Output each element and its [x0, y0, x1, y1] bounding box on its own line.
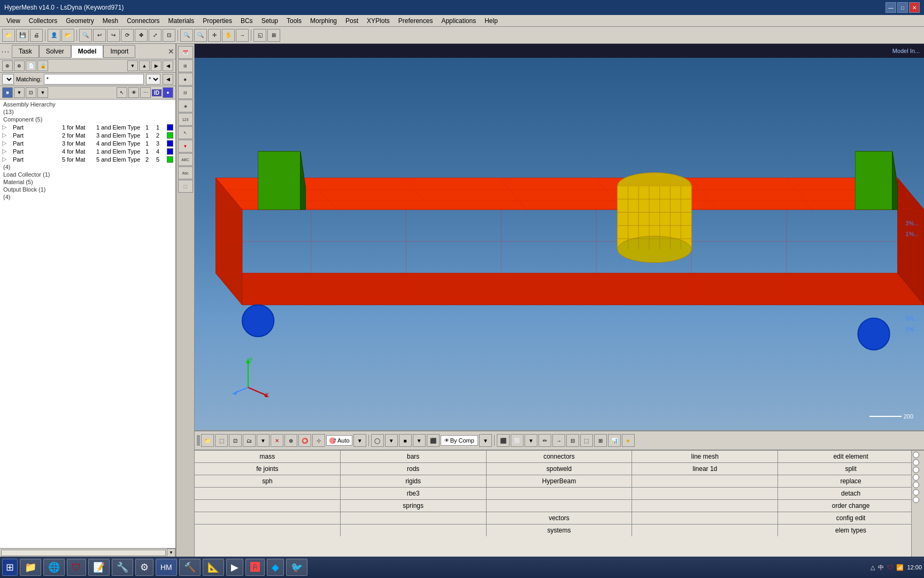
toolbar-btn-move[interactable]: ✥: [135, 29, 148, 42]
taskbar-tool7[interactable]: ◆: [267, 559, 284, 576]
minimize-btn[interactable]: —: [886, 2, 896, 13]
tree-row-part5[interactable]: ▷ Part 5 for Mat 5 and Elem Type 2 5: [1, 155, 174, 163]
radio-2[interactable]: [913, 459, 919, 466]
tab-solver[interactable]: Solver: [39, 45, 71, 58]
bt-arrow-dn[interactable]: ▼: [257, 434, 270, 447]
btn-rbe3[interactable]: rbe3: [341, 488, 487, 499]
bt-cube3[interactable]: ⬜: [511, 434, 523, 447]
bt-cube-dn[interactable]: ▼: [525, 434, 537, 447]
taskbar-hypermesh[interactable]: HM: [156, 559, 177, 576]
view-btn-dots[interactable]: ⋯: [140, 87, 151, 98]
tab-import[interactable]: Import: [103, 45, 135, 58]
bt-dots[interactable]: ⊹: [312, 434, 325, 447]
bt-select-dn[interactable]: ▼: [385, 434, 398, 447]
scrollbar-down[interactable]: ▼: [167, 549, 175, 557]
toolbar-btn-arrow[interactable]: →: [236, 29, 249, 42]
radio-6[interactable]: [913, 489, 919, 496]
bt-lasso[interactable]: ◯: [371, 434, 384, 447]
side-btn-select[interactable]: ↖: [178, 126, 193, 139]
taskbar-tool1[interactable]: 🔧: [112, 559, 133, 576]
bt-solid-dn[interactable]: ▼: [413, 434, 426, 447]
toolbar-btn-person[interactable]: 👤: [48, 29, 60, 42]
panel-btn-4[interactable]: 🔒: [37, 60, 48, 71]
view-btn-eye[interactable]: 👁: [128, 87, 139, 98]
panel-collapse[interactable]: ◀: [163, 60, 173, 71]
taskbar-tool8[interactable]: 🐦: [286, 559, 307, 576]
bt-box3[interactable]: 🗂: [243, 434, 256, 447]
matching-input[interactable]: [44, 74, 144, 85]
btn-config-edit[interactable]: config edit: [778, 512, 924, 524]
btn-detach[interactable]: detach: [778, 488, 924, 499]
bt-folder[interactable]: 📁: [201, 434, 214, 447]
bt-layer[interactable]: ⊟: [566, 434, 579, 447]
menu-connectors[interactable]: Connectors: [122, 16, 164, 26]
bt-box2[interactable]: ⊡: [229, 434, 242, 447]
btn-connectors[interactable]: connectors: [487, 451, 633, 462]
matching-dropdown[interactable]: *: [146, 74, 160, 85]
filter-collapse-btn[interactable]: ◀: [163, 74, 173, 85]
side-btn-view3[interactable]: ◈: [178, 100, 193, 112]
taskbar-tool6[interactable]: 🅰: [245, 559, 265, 576]
bt-star2[interactable]: ★: [622, 434, 635, 447]
bt-box1[interactable]: ⬚: [215, 434, 228, 447]
toolbar-btn-fit[interactable]: ⊡: [163, 29, 175, 42]
btn-rigids[interactable]: rigids: [341, 475, 487, 487]
bt-cube2[interactable]: ⬛: [497, 434, 510, 447]
toolbar-btn-undo[interactable]: ↩: [93, 29, 106, 42]
panel-nav-up[interactable]: ▲: [139, 60, 150, 71]
bt-layer2[interactable]: ⬚: [580, 434, 593, 447]
btn-bars[interactable]: bars: [341, 451, 487, 462]
view-btn-color[interactable]: ●: [163, 87, 173, 98]
tree-row-part3[interactable]: ▷ Part 3 for Mat 4 and Elem Type 1 3: [1, 139, 174, 147]
toolbar-btn-rotate[interactable]: ⟳: [121, 29, 134, 42]
btn-edit-element[interactable]: edit element: [778, 451, 924, 462]
menu-bcs[interactable]: BCs: [236, 16, 257, 26]
btn-spotweld[interactable]: spotweld: [487, 463, 633, 475]
toolbar-btn-view2[interactable]: ⊞: [267, 29, 280, 42]
menu-post[interactable]: Post: [341, 16, 363, 26]
menu-properties[interactable]: Properties: [198, 16, 236, 26]
toolbar-btn-pan[interactable]: ✋: [222, 29, 235, 42]
bt-star[interactable]: ⭕: [298, 434, 311, 447]
tree-row-part2[interactable]: ▷ Part 2 for Mat 3 and Elem Type 1 2: [1, 131, 174, 139]
radio-7[interactable]: [913, 497, 919, 503]
menu-morphing[interactable]: Morphing: [306, 16, 341, 26]
menu-view[interactable]: View: [2, 16, 25, 26]
view-btn-1[interactable]: ■: [2, 87, 13, 98]
panel-btn-2[interactable]: ⊕: [14, 60, 25, 71]
view-btn-3[interactable]: ⊡: [26, 87, 36, 98]
btn-mass[interactable]: mass: [195, 451, 341, 462]
side-btn-abc1[interactable]: ABC: [178, 153, 193, 166]
tree-row-part1[interactable]: ▷ Part 1 for Mat 1 and Elem Type 1 1: [1, 123, 174, 131]
btn-rods[interactable]: rods: [341, 463, 487, 475]
btn-line-mesh[interactable]: line mesh: [632, 451, 778, 462]
taskbar-tool5[interactable]: ▶: [226, 559, 243, 576]
viewport-canvas[interactable]: 3%... 1%... 3%... 1%... Y X: [195, 58, 924, 430]
bt-bycomp-dn[interactable]: ▼: [479, 434, 492, 447]
toolbar-btn-3[interactable]: 🖨: [30, 29, 43, 42]
bt-chart[interactable]: 📊: [608, 434, 621, 447]
tree-row-part4[interactable]: ▷ Part 4 for Mat 1 and Elem Type 1 4: [1, 147, 174, 155]
side-btn-wireframe[interactable]: ⊞: [178, 59, 193, 72]
bt-solid[interactable]: ■: [399, 434, 412, 447]
menu-preferences[interactable]: Preferences: [394, 16, 437, 26]
taskbar-tool4[interactable]: 📐: [203, 559, 224, 576]
menu-mesh[interactable]: Mesh: [98, 16, 122, 26]
menu-xyplots[interactable]: XYPlots: [363, 16, 394, 26]
side-btn-mesh[interactable]: ⊟: [178, 86, 193, 99]
taskbar-tool2[interactable]: ⚙: [135, 559, 153, 576]
view-btn-4[interactable]: ▼: [37, 87, 48, 98]
bt-x[interactable]: ✕: [271, 434, 283, 447]
menu-materials[interactable]: Materials: [164, 16, 199, 26]
toolbar-btn-view1[interactable]: ◱: [253, 29, 266, 42]
btn-fe-joints[interactable]: fe joints: [195, 463, 341, 475]
side-btn-calendar[interactable]: 📅: [178, 46, 193, 59]
btn-springs[interactable]: springs: [341, 500, 487, 512]
toolbar-btn-1[interactable]: 📁: [2, 29, 15, 42]
side-btn-arrow-dn[interactable]: ▼: [178, 140, 193, 153]
toolbar-btn-folder[interactable]: 📂: [61, 29, 74, 42]
toolbar-handle[interactable]: [197, 435, 200, 446]
menu-setup[interactable]: Setup: [257, 16, 282, 26]
bt-dropdown-auto[interactable]: ▼: [353, 434, 366, 447]
taskbar-explorer[interactable]: 📁: [20, 559, 41, 576]
